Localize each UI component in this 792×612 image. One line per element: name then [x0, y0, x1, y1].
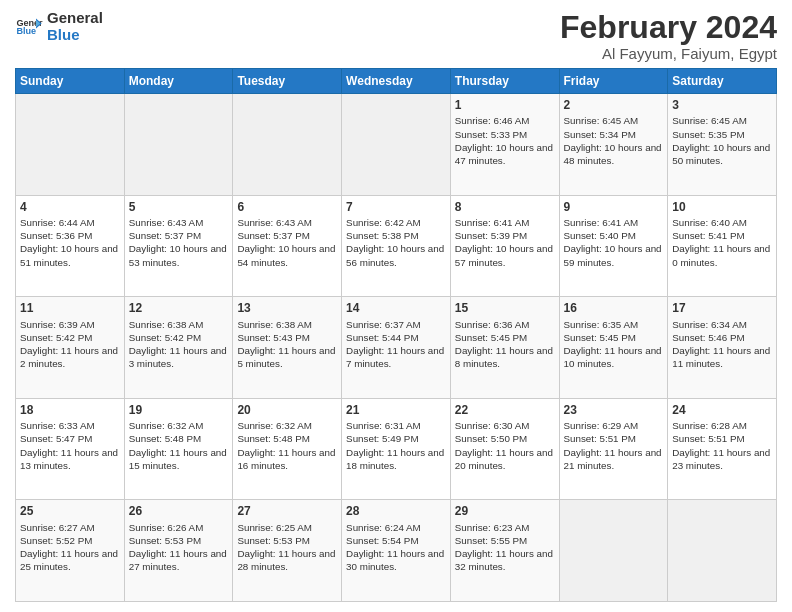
day-info: Sunrise: 6:32 AM Sunset: 5:48 PM Dayligh…: [129, 419, 229, 472]
calendar-cell: 3Sunrise: 6:45 AM Sunset: 5:35 PM Daylig…: [668, 94, 777, 196]
day-number: 28: [346, 503, 446, 519]
day-info: Sunrise: 6:28 AM Sunset: 5:51 PM Dayligh…: [672, 419, 772, 472]
calendar-cell: 10Sunrise: 6:40 AM Sunset: 5:41 PM Dayli…: [668, 195, 777, 297]
day-number: 3: [672, 97, 772, 113]
day-info: Sunrise: 6:45 AM Sunset: 5:35 PM Dayligh…: [672, 114, 772, 167]
calendar-cell: 29Sunrise: 6:23 AM Sunset: 5:55 PM Dayli…: [450, 500, 559, 602]
calendar-table: SundayMondayTuesdayWednesdayThursdayFrid…: [15, 68, 777, 602]
logo-blue: Blue: [47, 27, 103, 44]
weekday-header-friday: Friday: [559, 69, 668, 94]
title-block: February 2024 Al Fayyum, Faiyum, Egypt: [560, 10, 777, 62]
day-info: Sunrise: 6:36 AM Sunset: 5:45 PM Dayligh…: [455, 318, 555, 371]
calendar-cell: 22Sunrise: 6:30 AM Sunset: 5:50 PM Dayli…: [450, 398, 559, 500]
day-number: 8: [455, 199, 555, 215]
day-number: 27: [237, 503, 337, 519]
day-info: Sunrise: 6:30 AM Sunset: 5:50 PM Dayligh…: [455, 419, 555, 472]
day-number: 23: [564, 402, 664, 418]
day-number: 2: [564, 97, 664, 113]
day-info: Sunrise: 6:23 AM Sunset: 5:55 PM Dayligh…: [455, 521, 555, 574]
calendar-cell: 25Sunrise: 6:27 AM Sunset: 5:52 PM Dayli…: [16, 500, 125, 602]
calendar-week-4: 25Sunrise: 6:27 AM Sunset: 5:52 PM Dayli…: [16, 500, 777, 602]
day-number: 1: [455, 97, 555, 113]
calendar-week-2: 11Sunrise: 6:39 AM Sunset: 5:42 PM Dayli…: [16, 297, 777, 399]
calendar-cell: [124, 94, 233, 196]
day-info: Sunrise: 6:35 AM Sunset: 5:45 PM Dayligh…: [564, 318, 664, 371]
calendar-cell: 20Sunrise: 6:32 AM Sunset: 5:48 PM Dayli…: [233, 398, 342, 500]
day-info: Sunrise: 6:24 AM Sunset: 5:54 PM Dayligh…: [346, 521, 446, 574]
day-number: 21: [346, 402, 446, 418]
calendar-cell: 15Sunrise: 6:36 AM Sunset: 5:45 PM Dayli…: [450, 297, 559, 399]
calendar-cell: 26Sunrise: 6:26 AM Sunset: 5:53 PM Dayli…: [124, 500, 233, 602]
weekday-header-tuesday: Tuesday: [233, 69, 342, 94]
calendar-cell: 18Sunrise: 6:33 AM Sunset: 5:47 PM Dayli…: [16, 398, 125, 500]
day-number: 11: [20, 300, 120, 316]
day-info: Sunrise: 6:41 AM Sunset: 5:39 PM Dayligh…: [455, 216, 555, 269]
calendar-cell: 7Sunrise: 6:42 AM Sunset: 5:38 PM Daylig…: [342, 195, 451, 297]
day-number: 4: [20, 199, 120, 215]
day-info: Sunrise: 6:26 AM Sunset: 5:53 PM Dayligh…: [129, 521, 229, 574]
day-info: Sunrise: 6:32 AM Sunset: 5:48 PM Dayligh…: [237, 419, 337, 472]
calendar-cell: 6Sunrise: 6:43 AM Sunset: 5:37 PM Daylig…: [233, 195, 342, 297]
weekday-header-wednesday: Wednesday: [342, 69, 451, 94]
day-number: 19: [129, 402, 229, 418]
day-info: Sunrise: 6:46 AM Sunset: 5:33 PM Dayligh…: [455, 114, 555, 167]
day-info: Sunrise: 6:33 AM Sunset: 5:47 PM Dayligh…: [20, 419, 120, 472]
day-info: Sunrise: 6:45 AM Sunset: 5:34 PM Dayligh…: [564, 114, 664, 167]
day-info: Sunrise: 6:42 AM Sunset: 5:38 PM Dayligh…: [346, 216, 446, 269]
day-info: Sunrise: 6:43 AM Sunset: 5:37 PM Dayligh…: [237, 216, 337, 269]
calendar-cell: 8Sunrise: 6:41 AM Sunset: 5:39 PM Daylig…: [450, 195, 559, 297]
day-info: Sunrise: 6:41 AM Sunset: 5:40 PM Dayligh…: [564, 216, 664, 269]
day-number: 13: [237, 300, 337, 316]
day-number: 17: [672, 300, 772, 316]
calendar-cell: 9Sunrise: 6:41 AM Sunset: 5:40 PM Daylig…: [559, 195, 668, 297]
day-info: Sunrise: 6:27 AM Sunset: 5:52 PM Dayligh…: [20, 521, 120, 574]
day-number: 29: [455, 503, 555, 519]
calendar-week-3: 18Sunrise: 6:33 AM Sunset: 5:47 PM Dayli…: [16, 398, 777, 500]
logo-general: General: [47, 10, 103, 27]
day-info: Sunrise: 6:34 AM Sunset: 5:46 PM Dayligh…: [672, 318, 772, 371]
calendar-cell: 17Sunrise: 6:34 AM Sunset: 5:46 PM Dayli…: [668, 297, 777, 399]
calendar-week-0: 1Sunrise: 6:46 AM Sunset: 5:33 PM Daylig…: [16, 94, 777, 196]
day-number: 16: [564, 300, 664, 316]
day-number: 5: [129, 199, 229, 215]
day-info: Sunrise: 6:38 AM Sunset: 5:43 PM Dayligh…: [237, 318, 337, 371]
day-number: 18: [20, 402, 120, 418]
day-number: 25: [20, 503, 120, 519]
calendar-cell: 16Sunrise: 6:35 AM Sunset: 5:45 PM Dayli…: [559, 297, 668, 399]
day-number: 10: [672, 199, 772, 215]
calendar-cell: [16, 94, 125, 196]
logo: General Blue General Blue: [15, 10, 103, 43]
weekday-header-thursday: Thursday: [450, 69, 559, 94]
calendar-cell: [668, 500, 777, 602]
calendar-cell: [342, 94, 451, 196]
day-number: 6: [237, 199, 337, 215]
weekday-header-sunday: Sunday: [16, 69, 125, 94]
calendar-cell: 21Sunrise: 6:31 AM Sunset: 5:49 PM Dayli…: [342, 398, 451, 500]
day-number: 22: [455, 402, 555, 418]
day-info: Sunrise: 6:44 AM Sunset: 5:36 PM Dayligh…: [20, 216, 120, 269]
calendar-cell: 11Sunrise: 6:39 AM Sunset: 5:42 PM Dayli…: [16, 297, 125, 399]
day-number: 14: [346, 300, 446, 316]
weekday-header-monday: Monday: [124, 69, 233, 94]
svg-text:Blue: Blue: [16, 26, 36, 36]
calendar-cell: 5Sunrise: 6:43 AM Sunset: 5:37 PM Daylig…: [124, 195, 233, 297]
day-info: Sunrise: 6:39 AM Sunset: 5:42 PM Dayligh…: [20, 318, 120, 371]
calendar-cell: 1Sunrise: 6:46 AM Sunset: 5:33 PM Daylig…: [450, 94, 559, 196]
day-number: 24: [672, 402, 772, 418]
day-number: 15: [455, 300, 555, 316]
day-number: 12: [129, 300, 229, 316]
day-number: 26: [129, 503, 229, 519]
weekday-header-saturday: Saturday: [668, 69, 777, 94]
page-title: February 2024: [560, 10, 777, 45]
calendar-cell: 2Sunrise: 6:45 AM Sunset: 5:34 PM Daylig…: [559, 94, 668, 196]
header: General Blue General Blue February 2024 …: [15, 10, 777, 62]
calendar-cell: 14Sunrise: 6:37 AM Sunset: 5:44 PM Dayli…: [342, 297, 451, 399]
calendar-week-1: 4Sunrise: 6:44 AM Sunset: 5:36 PM Daylig…: [16, 195, 777, 297]
logo-icon: General Blue: [15, 13, 43, 41]
calendar-cell: [233, 94, 342, 196]
calendar-cell: 28Sunrise: 6:24 AM Sunset: 5:54 PM Dayli…: [342, 500, 451, 602]
day-number: 9: [564, 199, 664, 215]
day-info: Sunrise: 6:37 AM Sunset: 5:44 PM Dayligh…: [346, 318, 446, 371]
day-info: Sunrise: 6:29 AM Sunset: 5:51 PM Dayligh…: [564, 419, 664, 472]
calendar-cell: 24Sunrise: 6:28 AM Sunset: 5:51 PM Dayli…: [668, 398, 777, 500]
